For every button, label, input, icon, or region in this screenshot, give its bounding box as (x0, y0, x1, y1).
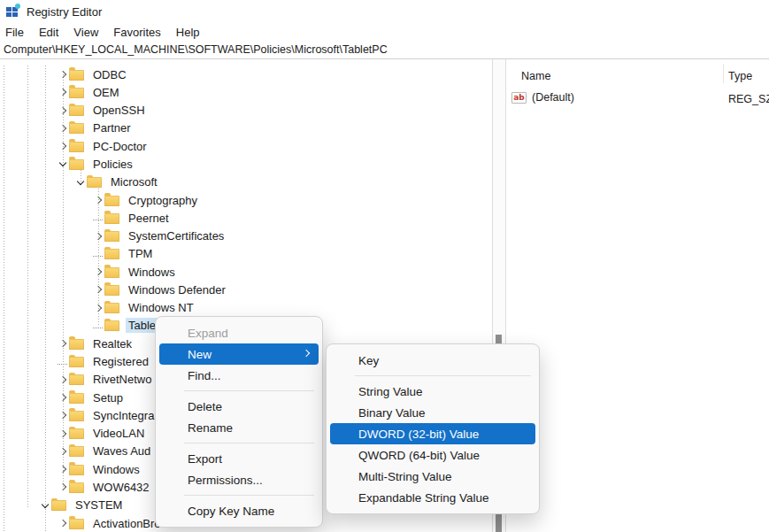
menubar-item-view[interactable]: View (73, 26, 98, 39)
tree-item-rivetnetwo[interactable]: RivetNetwo (57, 371, 154, 389)
menu-item-label: Expandable String Value (358, 491, 489, 505)
context-menu-item-delete[interactable]: Delete (159, 396, 319, 417)
tree-item-label: Waves Aud (90, 443, 153, 459)
tree-connector (92, 212, 104, 224)
chevron-right-icon[interactable] (57, 140, 69, 152)
tree-item-label: VideoLAN (90, 426, 147, 441)
menu-item-label: DWORD (32-bit) Value (358, 428, 479, 441)
new-submenu-item-multi-string-value[interactable]: Multi-String Value (330, 466, 535, 487)
chevron-down-icon[interactable] (74, 176, 87, 189)
menu-separator (355, 375, 531, 376)
folder-icon (69, 411, 84, 421)
tree-item-odbc[interactable]: ODBC (57, 66, 129, 83)
tree-item-cryptography[interactable]: Cryptography (92, 191, 200, 209)
tree-item-label: RivetNetwo (90, 372, 154, 387)
folder-icon (69, 374, 84, 385)
menubar-item-edit[interactable]: Edit (39, 26, 58, 39)
chevron-right-icon[interactable] (57, 428, 69, 440)
value-name: (Default) (532, 91, 574, 104)
tree-item-windows[interactable]: Windows (92, 263, 178, 281)
chevron-right-icon[interactable] (57, 104, 69, 117)
chevron-right-icon[interactable] (92, 230, 104, 243)
tree-item-label: OEM (90, 85, 122, 100)
tree-item-system[interactable]: SYSTEM (39, 497, 125, 514)
new-submenu-item-string-value[interactable]: String Value (330, 381, 535, 402)
chevron-down-icon[interactable] (57, 158, 69, 170)
menubar-item-help[interactable]: Help (176, 26, 200, 39)
chevron-right-icon[interactable] (57, 445, 69, 458)
context-menu-item-export[interactable]: Export (159, 448, 319, 469)
folder-icon (104, 196, 119, 206)
chevron-right-icon[interactable] (57, 463, 69, 475)
new-submenu-item-dword-32-bit-value[interactable]: DWORD (32-bit) Value (330, 423, 535, 444)
chevron-down-icon[interactable] (39, 499, 51, 512)
chevron-right-icon[interactable] (57, 122, 69, 135)
tree-item-tpm[interactable]: TPM (92, 245, 155, 263)
tree-item-setup[interactable]: Setup (57, 389, 126, 406)
column-header-type[interactable]: Type (728, 70, 752, 82)
chevron-right-icon[interactable] (57, 337, 69, 350)
new-submenu-item-key[interactable]: Key (330, 350, 535, 371)
chevron-right-icon[interactable] (57, 481, 69, 493)
tree-item-label: OpenSSH (90, 103, 148, 118)
context-menu-item-copy-key-name[interactable]: Copy Key Name (159, 500, 319, 521)
tree-item-openssh[interactable]: OpenSSH (57, 101, 148, 119)
tree-item-systemcertificates[interactable]: SystemCertificates (92, 227, 227, 244)
chevron-right-icon[interactable] (57, 68, 69, 81)
tree-item-label: Microsoft (108, 174, 160, 189)
tree-item-windows[interactable]: Windows (57, 460, 142, 478)
tree-item-microsoft[interactable]: Microsoft (74, 173, 160, 191)
tree-item-label: Realtek (90, 336, 135, 351)
chevron-right-icon[interactable] (57, 409, 69, 421)
context-menu-item-permissions[interactable]: Permissions... (159, 469, 319, 490)
menubar-item-file[interactable]: File (5, 26, 24, 39)
chevron-right-icon[interactable] (57, 86, 69, 98)
address-bar[interactable]: Computer\HKEY_LOCAL_MACHINE\SOFTWARE\Pol… (0, 41, 769, 59)
context-menu-item-find[interactable]: Find... (159, 365, 319, 386)
tree-item-label: Windows Defender (126, 282, 228, 297)
menu-item-label: Find... (188, 369, 221, 382)
chevron-right-icon[interactable] (57, 391, 69, 404)
folder-icon (69, 482, 84, 493)
context-menu-item-rename[interactable]: Rename (159, 417, 319, 438)
chevron-right-icon[interactable] (57, 517, 69, 529)
tree-item-label: WOW6432 (90, 480, 152, 495)
value-row-default[interactable]: ab(Default) (511, 91, 574, 104)
tree-item-policies[interactable]: Policies (57, 155, 135, 173)
column-divider[interactable] (723, 64, 724, 83)
chevron-right-icon[interactable] (92, 194, 104, 206)
chevron-right-icon[interactable] (92, 266, 104, 278)
folder-icon (69, 142, 84, 152)
new-submenu-item-binary-value[interactable]: Binary Value (330, 402, 535, 423)
new-submenu-item-expandable-string-value[interactable]: Expandable String Value (330, 487, 535, 508)
menu-item-label: Copy Key Name (188, 505, 274, 518)
new-submenu-item-qword-64-bit-value[interactable]: QWORD (64-bit) Value (330, 444, 535, 466)
chevron-right-icon[interactable] (92, 302, 104, 314)
tree-item-wow6432[interactable]: WOW6432 (57, 478, 152, 496)
registry-editor-app-icon (6, 5, 19, 19)
menu-item-label: Binary Value (358, 406, 426, 420)
menu-item-label: New (188, 348, 211, 361)
context-menu-item-new[interactable]: New (159, 343, 319, 365)
tree-item-windows-nt[interactable]: Windows NT (92, 299, 196, 317)
tree-item-partner[interactable]: Partner (57, 120, 134, 137)
tree-item-registered[interactable]: Registered (57, 352, 151, 370)
tree-item-label: Windows NT (126, 300, 196, 315)
chevron-right-icon[interactable] (92, 283, 104, 296)
tree-item-pc-doctor[interactable]: PC-Doctor (57, 137, 150, 155)
tree-item-realtek[interactable]: Realtek (57, 335, 135, 352)
tree-item-videolan[interactable]: VideoLAN (57, 425, 147, 443)
menu-item-label: QWORD (64-bit) Value (358, 449, 480, 462)
menubar-item-favorites[interactable]: Favorites (113, 26, 160, 39)
tree-item-peernet[interactable]: Peernet (92, 209, 172, 227)
tree-guide-line (45, 66, 46, 532)
tree-item-syncintegra[interactable]: SyncIntegra (57, 406, 157, 424)
tree-item-windows-defender[interactable]: Windows Defender (92, 281, 228, 298)
chevron-right-icon[interactable] (57, 374, 69, 386)
menu-item-label: Rename (188, 421, 233, 435)
menu-item-label: Expand (188, 327, 228, 340)
tree-item-oem[interactable]: OEM (57, 83, 122, 101)
folder-icon (69, 465, 84, 475)
tree-item-waves-aud[interactable]: Waves Aud (57, 443, 153, 460)
column-header-name[interactable]: Name (521, 70, 550, 82)
